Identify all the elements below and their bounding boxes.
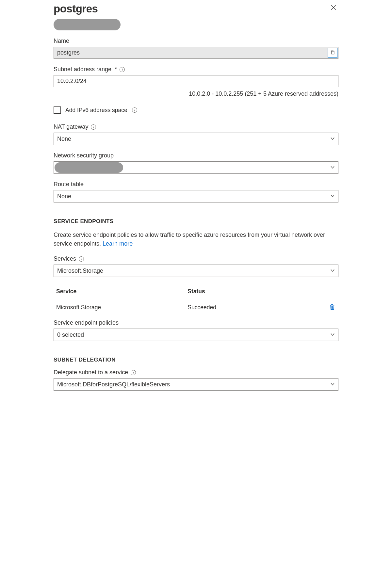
chevron-down-icon (330, 193, 335, 200)
policies-label: Service endpoint policies (54, 319, 119, 326)
nsg-label: Network security group (54, 152, 114, 159)
col-service-header: Service (56, 288, 188, 295)
subnet-delegation-heading: SUBNET DELEGATION (54, 357, 338, 363)
delegation-value: Microsoft.DBforPostgreSQL/flexibleServer… (57, 381, 170, 388)
chevron-down-icon (330, 381, 335, 388)
name-value: postgres (54, 47, 327, 58)
policies-value: 0 selected (57, 332, 84, 338)
info-icon[interactable]: i (120, 67, 125, 72)
name-label: Name (54, 38, 338, 44)
info-icon[interactable]: i (91, 124, 96, 130)
info-icon[interactable]: i (131, 370, 136, 375)
services-select[interactable]: Microsoft.Storage (54, 265, 338, 277)
chevron-down-icon (330, 136, 335, 142)
ipv6-checkbox[interactable] (54, 106, 61, 114)
route-table-value: None (57, 193, 71, 200)
nat-gateway-label: NAT gateway (54, 123, 88, 130)
subnet-range-input[interactable] (54, 75, 338, 87)
nat-gateway-value: None (57, 136, 71, 142)
delete-service-button[interactable] (329, 303, 336, 312)
service-endpoints-description: Create service endpoint policies to allo… (54, 232, 325, 247)
route-table-select[interactable]: None (54, 190, 338, 202)
required-mark: * (115, 66, 117, 73)
redacted-nsg-value (55, 162, 123, 173)
subnet-range-label: Subnet address range (54, 66, 111, 73)
service-table-header: Service Status (54, 284, 338, 299)
chevron-down-icon (330, 332, 335, 338)
route-table-label: Route table (54, 181, 84, 188)
nat-gateway-select[interactable]: None (54, 133, 338, 145)
services-value: Microsoft.Storage (57, 267, 103, 274)
subnet-range-helper: 10.0.2.0 - 10.0.2.255 (251 + 5 Azure res… (54, 90, 338, 97)
copy-icon (330, 50, 335, 56)
nsg-select[interactable] (54, 161, 338, 174)
delegation-label: Delegate subnet to a service (54, 369, 128, 376)
service-endpoints-heading: SERVICE ENDPOINTS (54, 218, 338, 225)
policies-select[interactable]: 0 selected (54, 329, 338, 341)
svg-rect-2 (332, 51, 334, 54)
table-row: Microsoft.Storage Succeeded (54, 299, 338, 316)
name-input: postgres (54, 47, 338, 59)
col-status-header: Status (188, 288, 323, 295)
info-icon[interactable]: i (79, 256, 84, 262)
close-button[interactable] (329, 3, 338, 13)
learn-more-link[interactable]: Learn more (103, 240, 133, 247)
row-service: Microsoft.Storage (56, 304, 188, 311)
info-icon[interactable]: i (132, 107, 137, 113)
services-label: Services (54, 255, 76, 262)
trash-icon (329, 306, 335, 311)
redacted-subtitle (54, 19, 121, 30)
chevron-down-icon (330, 164, 335, 171)
delegation-select[interactable]: Microsoft.DBforPostgreSQL/flexibleServer… (54, 378, 338, 391)
ipv6-checkbox-label: Add IPv6 address space (65, 107, 127, 114)
close-icon (331, 7, 336, 11)
chevron-down-icon (330, 267, 335, 274)
row-status: Succeeded (188, 304, 323, 311)
panel-title: postgres (54, 3, 98, 15)
copy-name-button[interactable] (328, 48, 337, 58)
